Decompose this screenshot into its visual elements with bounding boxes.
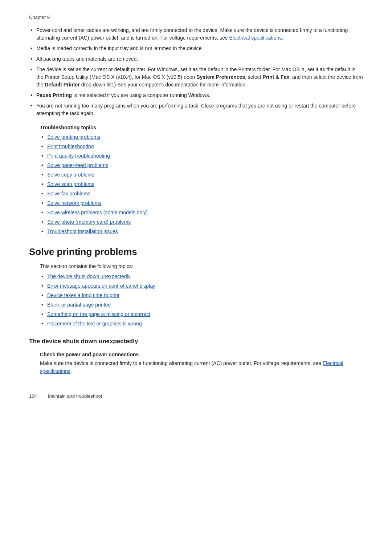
bullet-media-loaded: Media is loaded correctly in the input t… — [29, 45, 363, 52]
link-fax-problems-anchor[interactable]: Solve fax problems — [47, 191, 90, 196]
check-power-subheading: Check the power and power connections — [40, 352, 363, 357]
link-shuts-down[interactable]: The device shuts down unexpectedly — [40, 273, 363, 280]
bullet-pause-printing: Pause Printing is not selected if you ar… — [29, 92, 363, 99]
intro-bullet-list: Power cord and other cables are working,… — [29, 27, 363, 117]
link-shuts-down-anchor[interactable]: The device shuts down unexpectedly — [47, 273, 131, 279]
link-placement-wrong-anchor[interactable]: Placement of the text or graphics is wro… — [47, 321, 142, 327]
page-footer: 164 Maintain and troubleshoot — [29, 393, 363, 399]
footer-label: Maintain and troubleshoot — [48, 393, 102, 399]
link-photo-problems-anchor[interactable]: Solve photo (memory card) problems — [47, 219, 131, 225]
link-wireless-problems-anchor[interactable]: Solve wireless problems (some models onl… — [47, 210, 148, 215]
link-long-time-print-anchor[interactable]: Device takes a long time to print — [47, 292, 119, 298]
bullet-packing-tapes: All packing tapes and materials are remo… — [29, 55, 363, 63]
link-wireless-problems[interactable]: Solve wireless problems (some models onl… — [40, 209, 363, 216]
device-shuts-down-heading: The device shuts down unexpectedly — [29, 338, 363, 345]
solve-printing-title: Solve printing problems — [29, 246, 363, 258]
link-photo-problems[interactable]: Solve photo (memory card) problems — [40, 218, 363, 226]
solve-printing-link-list: The device shuts down unexpectedly Error… — [40, 273, 363, 328]
link-scan-problems[interactable]: Solve scan problems — [40, 181, 363, 188]
link-print-quality[interactable]: Print quality troubleshooting — [40, 152, 363, 160]
chapter-label: Chapter 9 — [29, 15, 363, 20]
link-print-troubleshooting[interactable]: Print troubleshooting — [40, 143, 363, 150]
troubleshooting-link-list: Solve printing problems Print troublesho… — [40, 133, 363, 235]
solve-printing-intro: This section contains the following topi… — [40, 263, 363, 269]
check-power-body: Make sure the device is connected firmly… — [40, 360, 363, 375]
link-error-message[interactable]: Error message appears on control-panel d… — [40, 282, 363, 290]
link-paper-feed-anchor[interactable]: Solve paper-feed problems — [47, 162, 108, 168]
link-long-time-print[interactable]: Device takes a long time to print — [40, 292, 363, 299]
link-print-troubleshooting-anchor[interactable]: Print troubleshooting — [47, 143, 94, 149]
bullet-default-printer: The device is set as the current or defa… — [29, 66, 363, 89]
link-paper-feed[interactable]: Solve paper-feed problems — [40, 162, 363, 169]
link-missing-incorrect-anchor[interactable]: Something on the page is missing or inco… — [47, 311, 150, 317]
electrical-specs-link-1[interactable]: Electrical specifications — [229, 35, 282, 41]
bullet-power-cord: Power cord and other cables are working,… — [29, 27, 363, 42]
link-scan-problems-anchor[interactable]: Solve scan problems — [47, 181, 94, 187]
link-blank-page-anchor[interactable]: Blank or partial page printed — [47, 302, 111, 308]
link-solve-printing[interactable]: Solve printing problems — [40, 133, 363, 141]
bullet-too-many-programs: You are not running too many programs wh… — [29, 102, 363, 117]
link-copy-problems[interactable]: Solve copy problems — [40, 171, 363, 179]
link-installation-issues[interactable]: Troubleshoot installation issues — [40, 228, 363, 235]
link-network-problems-anchor[interactable]: Solve network problems — [47, 200, 101, 206]
link-placement-wrong[interactable]: Placement of the text or graphics is wro… — [40, 320, 363, 328]
link-print-quality-anchor[interactable]: Print quality troubleshooting — [47, 153, 110, 159]
link-copy-problems-anchor[interactable]: Solve copy problems — [47, 172, 94, 178]
page-number: 164 — [29, 393, 37, 399]
troubleshooting-topics-heading: Troubleshooting topics — [40, 125, 363, 130]
link-solve-printing-anchor[interactable]: Solve printing problems — [47, 134, 100, 140]
link-fax-problems[interactable]: Solve fax problems — [40, 190, 363, 198]
link-installation-issues-anchor[interactable]: Troubleshoot installation issues — [47, 228, 118, 234]
link-network-problems[interactable]: Solve network problems — [40, 199, 363, 207]
link-blank-page[interactable]: Blank or partial page printed — [40, 301, 363, 309]
link-missing-incorrect[interactable]: Something on the page is missing or inco… — [40, 311, 363, 318]
link-error-message-anchor[interactable]: Error message appears on control-panel d… — [47, 283, 155, 289]
electrical-specs-link-2[interactable]: Electrical specifications — [40, 360, 343, 374]
